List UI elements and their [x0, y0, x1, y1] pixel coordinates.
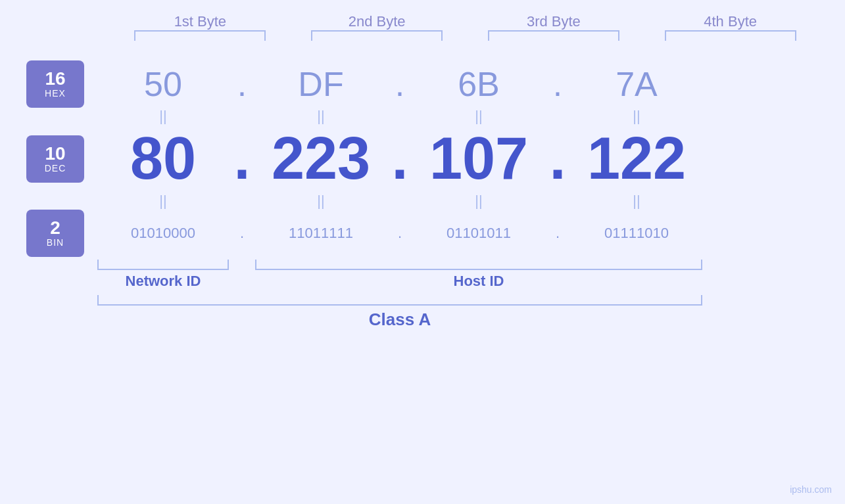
top-bracket-3: [488, 30, 619, 41]
dec-byte-4: 122: [571, 125, 702, 193]
dec-values-row: 80 . 223 . 107 . 122: [97, 125, 819, 193]
hex-byte-3: 6B: [413, 64, 544, 104]
dec-byte-1: 80: [97, 125, 229, 193]
bin-row: 2 BIN 01010000 . 11011111 . 01101011 . 0…: [26, 210, 819, 257]
dec-dot-2: .: [387, 125, 413, 193]
network-id-label: Network ID: [97, 273, 229, 290]
class-section: Class A: [26, 295, 819, 330]
network-bracket: [97, 260, 229, 270]
dec-row: 10 DEC 80 . 223 . 107 . 122: [26, 125, 819, 193]
bin-badge: 2 BIN: [26, 210, 84, 257]
eq-3: ||: [413, 108, 544, 125]
top-bracket-4: [665, 30, 796, 41]
byte-headers-row: 1st Byte 2nd Byte 3rd Byte 4th Byte: [26, 13, 819, 30]
hex-byte-1: 50: [97, 64, 229, 104]
hex-byte-4: 7A: [571, 64, 702, 104]
top-bracket-2: [311, 30, 443, 41]
bin-values-row: 01010000 . 11011111 . 01101011 . 0111101…: [97, 225, 819, 242]
hex-dot-3: .: [544, 64, 571, 104]
bin-dot-1: .: [229, 225, 255, 242]
byte-header-3: 3rd Byte: [488, 13, 619, 30]
bottom-brackets: [97, 260, 819, 270]
hex-row: 16 HEX 50 . DF . 6B . 7A: [26, 60, 819, 108]
eq-6: ||: [255, 193, 387, 210]
hex-badge-label: HEX: [45, 88, 66, 99]
bin-byte-1: 01010000: [97, 225, 229, 242]
hex-badge: 16 HEX: [26, 60, 84, 108]
bin-badge-label: BIN: [47, 237, 64, 248]
labels-row: Network ID Host ID: [97, 273, 819, 290]
bin-byte-4: 01111010: [571, 225, 702, 242]
host-bracket: [255, 260, 702, 270]
dec-byte-3: 107: [413, 125, 544, 193]
top-brackets-row: [26, 30, 819, 41]
hex-dot-2: .: [387, 64, 413, 104]
hex-badge-num: 16: [45, 70, 65, 88]
byte-header-4: 4th Byte: [665, 13, 796, 30]
equals-row-1: || || || ||: [26, 108, 819, 125]
dec-dot-1: .: [229, 125, 255, 193]
eq-7: ||: [413, 193, 544, 210]
eq-4: ||: [571, 108, 702, 125]
class-bracket: [97, 295, 702, 306]
class-label: Class A: [97, 309, 702, 330]
bin-badge-num: 2: [50, 219, 60, 237]
byte-header-1: 1st Byte: [134, 13, 266, 30]
bin-dot-3: .: [544, 225, 571, 242]
dec-badge-label: DEC: [45, 163, 66, 173]
bottom-section: Network ID Host ID: [26, 260, 819, 290]
hex-values-row: 50 . DF . 6B . 7A: [97, 64, 819, 104]
eq-8: ||: [571, 193, 702, 210]
eq-5: ||: [97, 193, 229, 210]
eq-2: ||: [255, 108, 387, 125]
byte-header-2: 2nd Byte: [311, 13, 443, 30]
host-id-label: Host ID: [255, 273, 702, 290]
main-container: 1st Byte 2nd Byte 3rd Byte 4th Byte 16 H…: [0, 0, 845, 504]
watermark: ipshu.com: [790, 484, 832, 495]
bin-byte-3: 01101011: [413, 225, 544, 242]
dec-badge-num: 10: [45, 145, 65, 163]
top-bracket-1: [134, 30, 266, 41]
dec-badge: 10 DEC: [26, 135, 84, 183]
hex-dot-1: .: [229, 64, 255, 104]
bin-byte-2: 11011111: [255, 225, 387, 242]
dec-byte-2: 223: [255, 125, 387, 193]
equals-row-2: || || || ||: [26, 193, 819, 210]
dec-dot-3: .: [544, 125, 571, 193]
hex-byte-2: DF: [255, 64, 387, 104]
eq-1: ||: [97, 108, 229, 125]
bin-dot-2: .: [387, 225, 413, 242]
